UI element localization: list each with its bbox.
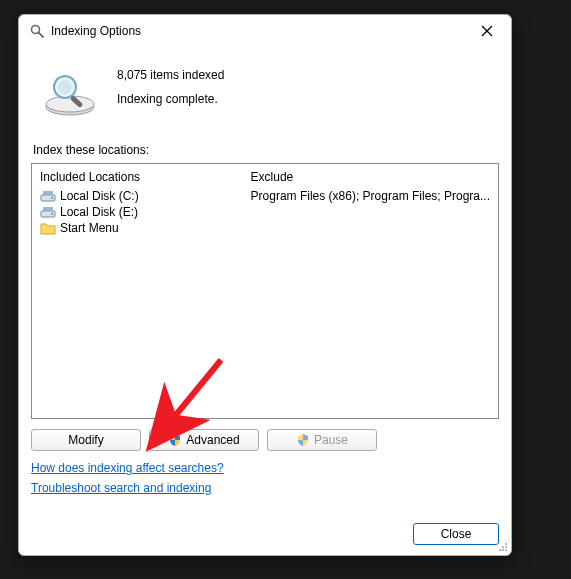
close-dialog-button[interactable]: Close bbox=[413, 523, 499, 545]
window-title: Indexing Options bbox=[51, 24, 141, 38]
content-area: 8,075 items indexed Indexing complete. I… bbox=[19, 47, 511, 555]
location-label: Start Menu bbox=[60, 221, 119, 235]
svg-point-17 bbox=[505, 546, 507, 548]
uac-shield-icon bbox=[296, 433, 310, 447]
exclude-column: Exclude Program Files (x86); Program Fil… bbox=[243, 164, 498, 418]
modify-button[interactable]: Modify bbox=[31, 429, 141, 451]
exclude-value bbox=[251, 204, 490, 205]
modify-label: Modify bbox=[68, 433, 103, 447]
advanced-button[interactable]: Advanced bbox=[149, 429, 259, 451]
resize-grip-icon[interactable] bbox=[496, 540, 508, 552]
folder-icon bbox=[40, 221, 56, 235]
svg-rect-10 bbox=[43, 191, 53, 195]
indexing-status-icon bbox=[41, 63, 99, 121]
button-row: Modify Advanced bbox=[31, 429, 499, 451]
svg-point-15 bbox=[505, 549, 507, 551]
how-indexing-link[interactable]: How does indexing affect searches? bbox=[31, 461, 224, 475]
included-column: Included Locations Local Disk (C:) bbox=[32, 164, 243, 418]
close-button[interactable] bbox=[473, 17, 501, 45]
list-item[interactable]: Start Menu bbox=[40, 220, 235, 236]
indexing-app-icon bbox=[29, 23, 45, 39]
exclude-header: Exclude bbox=[251, 168, 490, 188]
svg-point-7 bbox=[58, 80, 72, 94]
indexing-state: Indexing complete. bbox=[117, 87, 224, 111]
indexing-options-window: Indexing Options 8,075 items indexed bbox=[18, 14, 512, 556]
list-item[interactable]: Local Disk (E:) bbox=[40, 204, 235, 220]
troubleshoot-link[interactable]: Troubleshoot search and indexing bbox=[31, 481, 211, 495]
included-header: Included Locations bbox=[40, 168, 235, 188]
status-text: 8,075 items indexed Indexing complete. bbox=[117, 59, 224, 121]
svg-point-18 bbox=[499, 549, 501, 551]
svg-point-11 bbox=[51, 197, 53, 199]
list-item[interactable]: Local Disk (C:) bbox=[40, 188, 235, 204]
locations-label: Index these locations: bbox=[33, 143, 499, 157]
svg-point-19 bbox=[502, 546, 504, 548]
drive-icon bbox=[40, 189, 56, 203]
locations-list[interactable]: Included Locations Local Disk (C:) bbox=[31, 163, 499, 419]
titlebar-left: Indexing Options bbox=[29, 23, 141, 39]
svg-rect-13 bbox=[43, 207, 53, 211]
drive-icon bbox=[40, 205, 56, 219]
svg-point-14 bbox=[51, 213, 53, 215]
exclude-value: Program Files (x86); Program Files; Prog… bbox=[251, 188, 490, 203]
titlebar: Indexing Options bbox=[19, 15, 511, 47]
pause-label: Pause bbox=[314, 433, 348, 447]
location-label: Local Disk (C:) bbox=[60, 189, 139, 203]
svg-point-20 bbox=[505, 543, 507, 545]
location-label: Local Disk (E:) bbox=[60, 205, 138, 219]
svg-point-5 bbox=[46, 96, 94, 112]
indexed-count: 8,075 items indexed bbox=[117, 63, 224, 87]
svg-point-16 bbox=[502, 549, 504, 551]
uac-shield-icon bbox=[168, 433, 182, 447]
pause-button[interactable]: Pause bbox=[267, 429, 377, 451]
help-links: How does indexing affect searches? Troub… bbox=[31, 461, 499, 501]
svg-line-1 bbox=[39, 33, 44, 38]
status-row: 8,075 items indexed Indexing complete. bbox=[31, 53, 499, 141]
footer: Close bbox=[31, 507, 499, 545]
advanced-label: Advanced bbox=[186, 433, 239, 447]
